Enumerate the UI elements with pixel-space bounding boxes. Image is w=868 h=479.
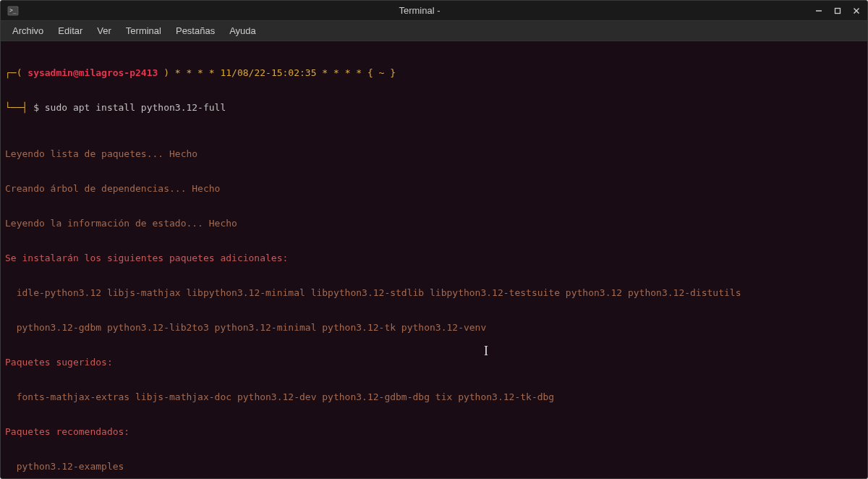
prompt-corner-bottom: └──┤: [5, 102, 33, 113]
output-line: Creando árbol de dependencias... Hecho: [5, 183, 863, 195]
terminal-app-icon: >_: [7, 4, 20, 17]
prompt-timestamp: 11/08/22-15:02:35: [220, 67, 322, 78]
output-line: Leyendo la información de estado... Hech…: [5, 218, 863, 229]
svg-text:>_: >_: [9, 7, 17, 14]
maximize-button[interactable]: [833, 6, 843, 16]
output-line: python3.12-examples: [5, 461, 863, 472]
prompt-stars-left: * * * *: [175, 67, 221, 78]
prompt-line-2: └──┤ $ sudo apt install python3.12-full: [5, 102, 863, 114]
output-line: Paquetes sugeridos:: [5, 357, 863, 368]
terminal-window: >_ Terminal - Archivo Editar Ver Termina…: [0, 0, 868, 479]
window-controls: [814, 6, 861, 16]
menu-pestanas[interactable]: Pestañas: [169, 22, 222, 39]
prompt-stars-right: * * * *: [322, 67, 367, 78]
close-button[interactable]: [851, 6, 861, 16]
prompt-corner: ┌─(: [5, 67, 22, 78]
prompt-user-host: sysadmin@milagros-p2413: [22, 67, 163, 78]
menubar: Archivo Editar Ver Terminal Pestañas Ayu…: [1, 21, 867, 41]
titlebar: >_ Terminal -: [1, 1, 867, 21]
output-line: Leyendo lista de paquetes... Hecho: [5, 148, 863, 160]
menu-terminal[interactable]: Terminal: [119, 22, 169, 39]
output-line: Paquetes recomendados:: [5, 426, 863, 438]
prompt-close-paren: ): [163, 67, 175, 78]
prompt-dollar: $: [33, 102, 45, 113]
menu-archivo[interactable]: Archivo: [5, 22, 51, 39]
menu-ver[interactable]: Ver: [90, 22, 119, 39]
menu-editar[interactable]: Editar: [51, 22, 90, 39]
command-text: sudo apt install python3.12-full: [45, 102, 226, 113]
window-title: Terminal -: [25, 5, 814, 16]
output-line: Se instalarán los siguientes paquetes ad…: [5, 253, 863, 264]
output-line: idle-python3.12 libjs-mathjax libpython3…: [5, 287, 863, 299]
output-line: python3.12-gdbm python3.12-lib2to3 pytho…: [5, 322, 863, 334]
mouse-ibeam-cursor: I: [484, 345, 488, 357]
prompt-line-1: ┌─( sysadmin@milagros-p2413 ) * * * * 11…: [5, 67, 863, 79]
minimize-button[interactable]: [814, 6, 824, 16]
svg-rect-3: [835, 8, 841, 13]
menu-ayuda[interactable]: Ayuda: [222, 22, 263, 39]
output-line: fonts-mathjax-extras libjs-mathjax-doc p…: [5, 391, 863, 403]
prompt-brace-close: }: [384, 67, 396, 78]
prompt-brace-open: {: [367, 67, 379, 78]
terminal-body[interactable]: ┌─( sysadmin@milagros-p2413 ) * * * * 11…: [1, 41, 867, 478]
